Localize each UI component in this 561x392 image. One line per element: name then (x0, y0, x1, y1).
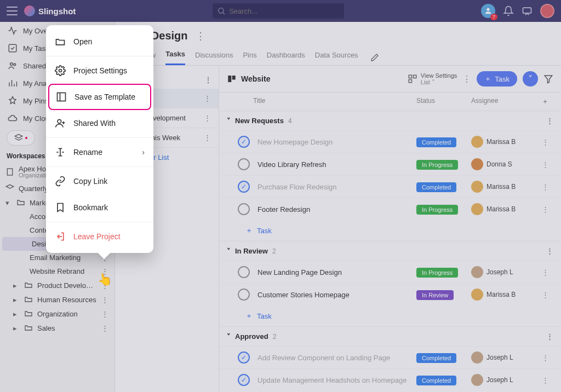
more-icon[interactable]: ⋮ (101, 324, 109, 332)
tab-datasources[interactable]: Data Sources (315, 51, 358, 65)
menu-toggle[interactable] (7, 7, 18, 15)
section-header[interactable]: ˅In Review2⋮ (219, 241, 561, 261)
task-more[interactable]: ⋮ (537, 354, 553, 362)
tabs: Overview Tasks Discussions Pins Dashboar… (115, 45, 561, 66)
tab-pins[interactable]: Pins (243, 51, 256, 65)
section-more[interactable]: ⋮ (546, 247, 553, 255)
more-icon[interactable]: ⋮ (204, 134, 211, 142)
ws-hr[interactable]: ▸Human Resources⋮ (0, 292, 115, 307)
chat-icon[interactable] (522, 5, 533, 16)
cm-open[interactable]: Open (46, 28, 153, 55)
task-checkbox[interactable] (238, 289, 250, 301)
more-icon[interactable]: ⋮ (101, 310, 109, 318)
task-more[interactable]: ⋮ (537, 138, 553, 146)
task-assignee: Joseph L (471, 374, 537, 386)
more-icon[interactable]: ⋮ (101, 281, 109, 290)
app-logo[interactable]: Slingshot (24, 5, 76, 16)
chevron-right-icon: › (142, 148, 145, 157)
task-row[interactable]: Customer Stories Homepage In Review Mari… (219, 283, 561, 305)
folder-icon (24, 281, 33, 290)
tab-dashboards[interactable]: Dashboards (267, 51, 305, 65)
section-more[interactable]: ⋮ (546, 332, 553, 341)
task-title: New Landing Page Design (257, 268, 416, 276)
edit-tabs-icon[interactable] (370, 53, 379, 62)
more-icon[interactable]: ⋮ (204, 114, 211, 122)
task-checkbox[interactable] (238, 158, 250, 170)
task-more[interactable]: ⋮ (537, 291, 553, 299)
task-checkbox[interactable] (238, 266, 250, 278)
add-task-row[interactable]: ＋Task (219, 220, 561, 241)
panel-header: Website View SettingsList ˅ ⋮ ＋Task ˅ (219, 66, 561, 93)
task-more[interactable]: ⋮ (537, 268, 553, 276)
filter-icon[interactable] (543, 74, 553, 84)
avatar (471, 136, 483, 148)
search-icon (217, 7, 226, 15)
cm-settings[interactable]: Project Settings (46, 57, 153, 84)
cm-rename[interactable]: Rename› (46, 139, 153, 165)
task-more[interactable]: ⋮ (537, 183, 553, 191)
task-checkbox[interactable]: ✓ (238, 181, 250, 193)
ws-org[interactable]: ▸Organization⋮ (0, 307, 115, 321)
topbar: Slingshot 7 (0, 0, 561, 22)
search-input[interactable] (229, 7, 340, 15)
task-checkbox[interactable]: ✓ (238, 136, 250, 148)
task-checkbox[interactable]: ✓ (238, 351, 250, 364)
tasks-panel: Website View SettingsList ˅ ⋮ ＋Task ˅ Ti… (219, 66, 561, 392)
cm-copy-link[interactable]: Copy Link (46, 168, 153, 194)
section-header[interactable]: ˅New Requests4⋮ (219, 111, 561, 130)
ws-sales[interactable]: ▸Sales⋮ (0, 321, 115, 335)
chevron-down-icon: ˅ (227, 332, 231, 341)
user-avatar[interactable] (540, 4, 554, 18)
notif-count-badge: 7 (490, 14, 497, 20)
task-row[interactable]: ✓ Purchase Flow Redesign Completed Maris… (219, 175, 561, 198)
chevron-down-icon: ˅ (227, 117, 231, 125)
task-button-dropdown[interactable]: ˅ (523, 71, 538, 87)
svg-point-0 (219, 8, 224, 13)
cm-save-template[interactable]: Save as Template (48, 84, 151, 110)
task-more[interactable]: ⋮ (537, 205, 553, 214)
users-icon (8, 61, 18, 71)
global-search[interactable] (213, 3, 344, 19)
help-avatar[interactable]: 7 (481, 4, 495, 18)
task-row[interactable]: Video Library Refresh In Progress Donna … (219, 153, 561, 175)
task-assignee: Joseph L (471, 351, 537, 364)
cm-bookmark[interactable]: Bookmark (46, 194, 153, 221)
add-column[interactable]: ＋ (537, 97, 553, 106)
bell-icon[interactable] (503, 5, 514, 16)
svg-point-5 (10, 63, 13, 66)
task-row[interactable]: Footer Redesign In Progress Marissa B ⋮ (219, 198, 561, 220)
task-checkbox[interactable] (238, 203, 250, 215)
more-icon[interactable]: ⋮ (101, 296, 109, 304)
ws-product-dev[interactable]: ▸Product Development⋮ (0, 278, 115, 292)
task-row[interactable]: New Landing Page Design In Progress Jose… (219, 261, 561, 283)
add-task-button[interactable]: ＋Task (477, 71, 517, 87)
section-more[interactable]: ⋮ (546, 117, 553, 125)
tab-discussions[interactable]: Discussions (195, 51, 233, 65)
task-row[interactable]: ✓ Add Review Component on Landing Page C… (219, 346, 561, 368)
svg-rect-22 (413, 75, 416, 78)
more-icon[interactable]: ⋮ (204, 94, 211, 102)
breadcrumb-more[interactable]: ⋮ (196, 30, 205, 42)
section-header[interactable]: ˅Approved2⋮ (219, 327, 561, 346)
avatar (471, 181, 483, 193)
stack-toggle[interactable] (7, 130, 35, 146)
view-settings[interactable]: View SettingsList ˅ (408, 72, 457, 85)
cm-leave-project[interactable]: Leave Project (46, 223, 153, 250)
status-badge: In Review (416, 290, 454, 300)
task-row[interactable]: ✓ Update Management Headshots on Homepag… (219, 368, 561, 391)
tab-tasks[interactable]: Tasks (165, 50, 185, 65)
sidebar-item-website-rebrand[interactable]: Website Rebrand⋮ (0, 264, 115, 278)
task-checkbox[interactable]: ✓ (238, 374, 250, 386)
task-more[interactable]: ⋮ (537, 376, 553, 384)
more-icon[interactable]: ⋮ (101, 267, 109, 275)
breadcrumb-current: Design (151, 30, 188, 42)
panel-more[interactable]: ⋮ (462, 74, 471, 84)
add-task-row[interactable]: ＋Task (219, 305, 561, 326)
cm-shared-with[interactable]: Shared With (46, 110, 153, 136)
lists-more[interactable]: ⋮ (204, 76, 212, 84)
task-more[interactable]: ⋮ (537, 160, 553, 169)
chart-icon (8, 78, 18, 88)
svg-rect-20 (232, 76, 236, 80)
chevron-right-icon: ▸ (13, 296, 20, 304)
task-row[interactable]: ✓ New Homepage Design Completed Marissa … (219, 130, 561, 153)
